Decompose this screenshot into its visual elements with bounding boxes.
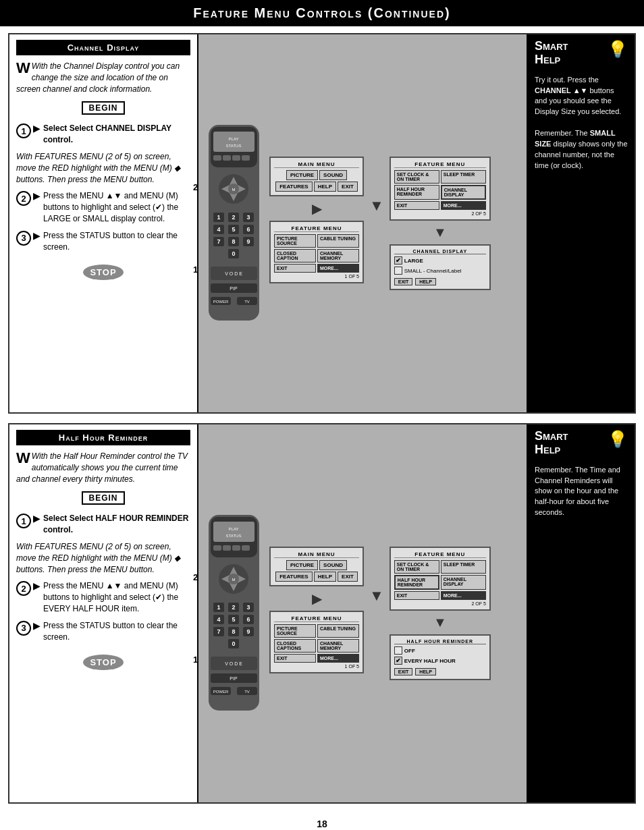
screens-col-2: MAIN MENU PICTURE SOUND FEATURES HELP EX… <box>269 547 520 680</box>
svg-text:TV: TV <box>244 690 250 694</box>
step-1-channel: 1 ▶ Select Select CHANNEL DISPLAY contro… <box>16 123 190 146</box>
step-arrow-1: ▶ <box>33 123 41 134</box>
svg-text:9: 9 <box>246 238 250 245</box>
remote-2: 2 1 PLAY STATUS <box>205 511 263 716</box>
svg-text:5: 5 <box>232 226 235 233</box>
section-half-hour: Half Hour Reminder WWith the Half Hour R… <box>8 423 636 804</box>
svg-text:7: 7 <box>217 628 220 635</box>
step-num-1-hh: 1 <box>16 514 31 528</box>
step-num-3-hh: 3 <box>16 621 31 636</box>
main-menu-screen-1: MAIN MENU PICTURE SOUND FEATURES HELP EX… <box>269 157 364 196</box>
begin-badge-2: BEGIN <box>82 491 124 505</box>
svg-text:2: 2 <box>232 214 235 221</box>
screens-col-1: MAIN MENU PICTURE SOUND FEATURES HELP EX… <box>269 157 520 290</box>
step-1-half-hour: 1 ▶ Select Select HALF HOUR REMINDER con… <box>16 513 190 536</box>
svg-text:V O D E: V O D E <box>225 271 242 276</box>
half-hour-screen: HALF HOUR REMINDER OFF ✔ EVERY HALF HOUR <box>390 634 491 680</box>
svg-text:PLAY: PLAY <box>229 137 239 141</box>
step-marker-2-hh: 2 <box>193 572 198 582</box>
smart-help-2: Smart Help 💡 Remember. The Time and Chan… <box>527 424 635 802</box>
step-arrow-2-hh: ▶ <box>33 580 41 591</box>
channel-display-intro: WWith the Channel Display control you ca… <box>16 61 190 94</box>
begin-badge-1: BEGIN <box>82 101 124 115</box>
stop-badge-2: STOP <box>83 655 123 670</box>
page-header: Feature Menu Controls (Continued) <box>0 0 644 26</box>
lightbulb-icon-1: 💡 <box>608 40 628 59</box>
step-marker-1-remote: 1 <box>193 265 198 275</box>
svg-rect-52 <box>242 545 250 551</box>
svg-text:3: 3 <box>246 604 250 611</box>
channel-display-screen-1: CHANNEL DISPLAY ✔ LARGE SMALL - Channel/… <box>390 244 491 290</box>
svg-rect-50 <box>223 545 231 551</box>
svg-text:7: 7 <box>217 238 220 245</box>
stop-badge-1: STOP <box>83 265 123 280</box>
svg-text:4: 4 <box>217 616 220 623</box>
step-arrow-2: ▶ <box>33 190 41 201</box>
svg-text:4: 4 <box>217 226 220 233</box>
svg-text:3: 3 <box>246 214 250 221</box>
step-2-half-hour: 2 ▶ Press the MENU ▲▼ and MENU (M) butto… <box>16 580 190 614</box>
svg-text:8: 8 <box>232 238 235 245</box>
feature-menu-1-screen-1: FEATURE MENU PICTURE SOURCE CABLE TUNING… <box>269 221 364 283</box>
step-num-1: 1 <box>16 123 31 138</box>
svg-rect-8 <box>242 155 250 161</box>
svg-rect-2 <box>213 132 254 152</box>
feature-menu-2-screen-2: FEATURE MENU SET CLOCK & ON TIMER SLEEP … <box>390 547 491 611</box>
svg-text:6: 6 <box>246 616 250 623</box>
svg-rect-49 <box>213 545 221 551</box>
svg-rect-51 <box>232 545 240 551</box>
step-marker-1-hh: 1 <box>193 655 198 665</box>
svg-text:1: 1 <box>217 604 220 611</box>
svg-text:PLAY: PLAY <box>229 527 239 531</box>
remote-svg-2: PLAY STATUS M <box>205 511 263 714</box>
svg-text:PIP: PIP <box>230 286 238 291</box>
half-hour-intro: WWith the Half Hour Reminder control the… <box>16 451 190 485</box>
svg-text:STATUS: STATUS <box>226 144 242 148</box>
svg-text:0: 0 <box>232 250 235 257</box>
svg-text:POWER: POWER <box>213 690 229 694</box>
step-num-2-hh: 2 <box>16 581 31 596</box>
channel-display-diagram: 2 1 PLAY STATUS <box>198 34 527 412</box>
svg-rect-5 <box>213 155 221 161</box>
lightbulb-icon-2: 💡 <box>608 430 628 449</box>
svg-text:M: M <box>232 188 236 192</box>
channel-display-title: Channel Display <box>16 40 190 55</box>
half-hour-diagram: 2 1 PLAY STATUS <box>198 424 527 802</box>
svg-text:PIP: PIP <box>230 676 238 681</box>
smart-help-text-2: Remember. The Time and Channel Reminders… <box>535 465 628 519</box>
svg-rect-6 <box>223 155 231 161</box>
svg-text:5: 5 <box>232 616 235 623</box>
step-3-channel: 3 ▶ Press the STATUS button to clear the… <box>16 230 190 253</box>
smart-help-1: Smart Help 💡 Try it out. Press the CHANN… <box>527 34 635 412</box>
section-channel-display: Channel Display WWith the Channel Displa… <box>8 33 636 414</box>
half-hour-title: Half Hour Reminder <box>16 430 190 445</box>
feature-menu-1-screen-2: FEATURE MENU PICTURE SOURCE CABLE TUNING… <box>269 611 364 673</box>
remote-1: 2 1 PLAY STATUS <box>205 121 263 326</box>
svg-text:STATUS: STATUS <box>226 534 242 538</box>
step-arrow-1-hh: ▶ <box>33 513 41 524</box>
svg-text:8: 8 <box>232 628 235 635</box>
svg-text:6: 6 <box>246 226 250 233</box>
step-marker-2: 2 <box>193 182 198 192</box>
header-title: Feature Menu Controls (Continued) <box>193 5 450 20</box>
remote-svg-1: PLAY STATUS <box>205 121 263 324</box>
svg-text:POWER: POWER <box>213 300 229 304</box>
step-arrow-3-hh: ▶ <box>33 620 41 631</box>
page-number: 18 <box>8 813 636 830</box>
step-arrow-3: ▶ <box>33 230 41 241</box>
svg-text:TV: TV <box>244 300 250 304</box>
step-num-2: 2 <box>16 191 31 206</box>
svg-text:2: 2 <box>232 604 235 611</box>
svg-text:M: M <box>232 578 236 582</box>
svg-rect-7 <box>232 155 240 161</box>
step-num-3: 3 <box>16 231 31 246</box>
step1-detail-hh: With FEATURES MENU (2 of 5) on screen, m… <box>16 541 190 575</box>
channel-display-instructions: Channel Display WWith the Channel Displa… <box>9 34 198 412</box>
svg-rect-46 <box>213 522 254 542</box>
main-menu-screen-2: MAIN MENU PICTURE SOUND FEATURES HELP EX… <box>269 547 364 586</box>
half-hour-instructions: Half Hour Reminder WWith the Half Hour R… <box>9 424 198 802</box>
svg-text:1: 1 <box>217 214 220 221</box>
svg-text:0: 0 <box>232 640 235 647</box>
svg-text:V O D E: V O D E <box>225 661 242 666</box>
step-3-half-hour: 3 ▶ Press the STATUS button to clear the… <box>16 620 190 643</box>
